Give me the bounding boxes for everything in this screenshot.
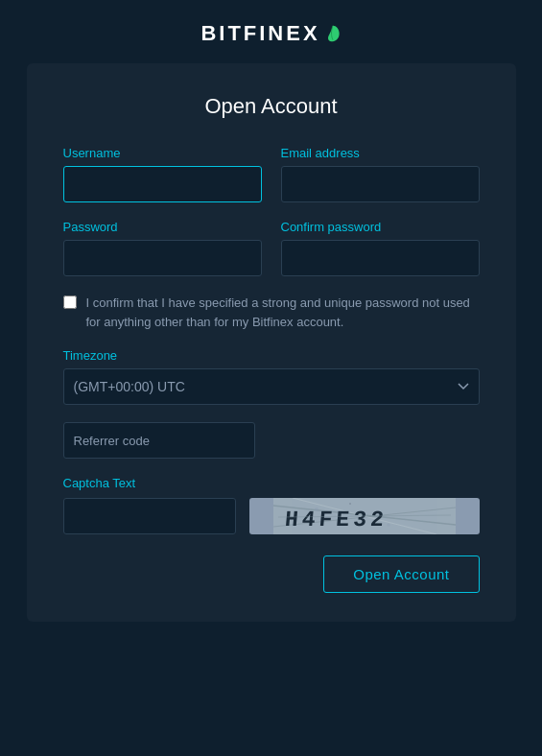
referrer-row [63,422,480,459]
password-row: Password Confirm password [63,220,480,276]
referrer-input[interactable] [63,422,255,459]
submit-row: Open Account [63,555,480,593]
confirm-password-group: Confirm password [281,220,480,276]
svg-point-7 [387,524,389,527]
confirm-password-input[interactable] [281,240,480,276]
captcha-group: Captcha Text H4FE32 [63,476,480,534]
password-group: Password [63,220,262,276]
password-confirm-checkbox[interactable] [63,295,77,309]
username-email-row: Username Email address [63,146,480,202]
open-account-button[interactable]: Open Account [323,555,479,593]
email-label: Email address [281,146,480,160]
email-input[interactable] [281,166,480,202]
username-input[interactable] [63,166,262,202]
registration-card: Open Account Username Email address Pass… [27,63,516,622]
svg-point-8 [349,503,351,505]
password-confirmation-row: I confirm that I have specified a strong… [63,294,480,331]
captcha-label: Captcha Text [63,476,480,490]
username-group: Username [63,146,262,202]
captcha-input[interactable] [63,498,236,534]
card-title: Open Account [63,94,480,119]
header: BITFINEX [0,0,542,63]
timezone-group: Timezone (GMT+00:00) UTC ( GMT-12:00) In… [63,348,480,405]
logo-text: BITFINEX [200,21,319,46]
captcha-row: H4FE32 [63,498,480,534]
captcha-image: H4FE32 [249,498,480,534]
password-input[interactable] [63,240,262,276]
captcha-image-svg: H4FE32 [273,498,456,534]
timezone-wrapper: (GMT+00:00) UTC ( GMT-12:00) Internation… [63,368,480,405]
timezone-select[interactable]: (GMT+00:00) UTC ( GMT-12:00) Internation… [63,368,480,405]
timezone-label: Timezone [63,348,480,363]
logo-leaf-icon [324,24,342,43]
svg-text:H4FE32: H4FE32 [283,508,388,532]
checkbox-label-text: I confirm that I have specified a strong… [86,294,480,331]
confirm-password-label: Confirm password [281,220,480,234]
username-label: Username [63,146,262,160]
svg-point-6 [315,508,318,511]
email-group: Email address [281,146,480,202]
password-label: Password [63,220,262,234]
